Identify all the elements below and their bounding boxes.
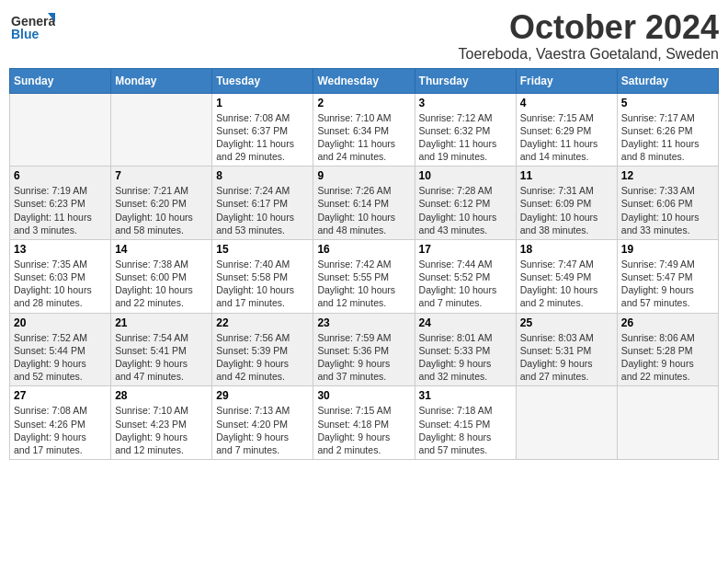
weekday-header-sunday: Sunday (10, 68, 111, 93)
weekday-header-tuesday: Tuesday (212, 68, 313, 93)
calendar-cell: 15Sunrise: 7:40 AMSunset: 5:58 PMDayligh… (212, 239, 313, 313)
weekday-header-row: SundayMondayTuesdayWednesdayThursdayFrid… (10, 68, 719, 93)
cell-info: Sunrise: 7:24 AMSunset: 6:17 PMDaylight:… (216, 184, 309, 236)
calendar-cell: 5Sunrise: 7:17 AMSunset: 6:26 PMDaylight… (617, 93, 718, 167)
calendar-cell: 29Sunrise: 7:13 AMSunset: 4:20 PMDayligh… (212, 386, 313, 460)
calendar-cell: 27Sunrise: 7:08 AMSunset: 4:26 PMDayligh… (10, 386, 111, 460)
cell-info: Sunrise: 7:17 AMSunset: 6:26 PMDaylight:… (621, 111, 714, 164)
cell-info: Sunrise: 8:01 AMSunset: 5:33 PMDaylight:… (419, 331, 512, 384)
cell-info: Sunrise: 7:56 AMSunset: 5:39 PMDaylight:… (216, 331, 309, 384)
cell-info: Sunrise: 7:10 AMSunset: 6:34 PMDaylight:… (317, 111, 410, 164)
day-number: 2 (317, 97, 410, 109)
day-number: 21 (115, 316, 208, 329)
cell-info: Sunrise: 7:47 AMSunset: 5:49 PMDaylight:… (520, 258, 613, 310)
cell-info: Sunrise: 7:31 AMSunset: 6:09 PMDaylight:… (520, 184, 613, 236)
cell-info: Sunrise: 7:42 AMSunset: 5:55 PMDaylight:… (317, 258, 410, 310)
calendar-week-4: 20Sunrise: 7:52 AMSunset: 5:44 PMDayligh… (10, 313, 719, 386)
calendar-cell: 19Sunrise: 7:49 AMSunset: 5:47 PMDayligh… (617, 239, 718, 313)
cell-info: Sunrise: 7:08 AMSunset: 4:26 PMDaylight:… (14, 404, 107, 456)
cell-info: Sunrise: 7:08 AMSunset: 6:37 PMDaylight:… (216, 111, 309, 164)
calendar-cell: 8Sunrise: 7:24 AMSunset: 6:17 PMDaylight… (212, 167, 313, 240)
cell-info: Sunrise: 7:18 AMSunset: 4:15 PMDaylight:… (419, 404, 512, 456)
day-number: 16 (317, 243, 410, 256)
day-number: 20 (14, 316, 107, 329)
calendar-cell (516, 386, 617, 460)
calendar-week-5: 27Sunrise: 7:08 AMSunset: 4:26 PMDayligh… (10, 386, 719, 460)
day-number: 5 (621, 97, 714, 109)
cell-info: Sunrise: 7:59 AMSunset: 5:36 PMDaylight:… (317, 331, 410, 384)
calendar-cell: 11Sunrise: 7:31 AMSunset: 6:09 PMDayligh… (516, 167, 617, 240)
calendar-week-1: 1Sunrise: 7:08 AMSunset: 6:37 PMDaylight… (10, 93, 719, 167)
calendar-cell (617, 386, 718, 460)
calendar-cell: 2Sunrise: 7:10 AMSunset: 6:34 PMDaylight… (313, 93, 415, 167)
calendar-cell: 21Sunrise: 7:54 AMSunset: 5:41 PMDayligh… (111, 313, 212, 386)
cell-info: Sunrise: 7:33 AMSunset: 6:06 PMDaylight:… (621, 184, 714, 236)
calendar-cell: 12Sunrise: 7:33 AMSunset: 6:06 PMDayligh… (617, 167, 718, 240)
calendar-week-2: 6Sunrise: 7:19 AMSunset: 6:23 PMDaylight… (10, 167, 719, 240)
day-number: 22 (216, 316, 309, 329)
day-number: 13 (14, 243, 107, 256)
logo-icon: General Blue (9, 9, 55, 46)
calendar-cell: 3Sunrise: 7:12 AMSunset: 6:32 PMDaylight… (415, 93, 516, 167)
cell-info: Sunrise: 7:15 AMSunset: 4:18 PMDaylight:… (317, 404, 410, 456)
cell-info: Sunrise: 7:52 AMSunset: 5:44 PMDaylight:… (14, 331, 107, 384)
day-number: 26 (621, 316, 714, 329)
cell-info: Sunrise: 7:12 AMSunset: 6:32 PMDaylight:… (419, 111, 512, 164)
weekday-header-friday: Friday (516, 68, 617, 93)
cell-info: Sunrise: 7:35 AMSunset: 6:03 PMDaylight:… (14, 258, 107, 310)
cell-info: Sunrise: 7:19 AMSunset: 6:23 PMDaylight:… (14, 184, 107, 236)
day-number: 19 (621, 243, 714, 256)
location-title: Toereboda, Vaestra Goetaland, Sweden (459, 46, 719, 63)
day-number: 10 (419, 169, 512, 182)
day-number: 1 (216, 97, 309, 109)
day-number: 28 (115, 389, 208, 402)
calendar-cell: 31Sunrise: 7:18 AMSunset: 4:15 PMDayligh… (415, 386, 516, 460)
calendar-cell: 24Sunrise: 8:01 AMSunset: 5:33 PMDayligh… (415, 313, 516, 386)
calendar-cell (111, 93, 212, 167)
calendar-cell: 1Sunrise: 7:08 AMSunset: 6:37 PMDaylight… (212, 93, 313, 167)
cell-info: Sunrise: 8:03 AMSunset: 5:31 PMDaylight:… (520, 331, 613, 384)
day-number: 18 (520, 243, 613, 256)
cell-info: Sunrise: 7:54 AMSunset: 5:41 PMDaylight:… (115, 331, 208, 384)
calendar-week-3: 13Sunrise: 7:35 AMSunset: 6:03 PMDayligh… (10, 239, 719, 313)
cell-info: Sunrise: 7:15 AMSunset: 6:29 PMDaylight:… (520, 111, 613, 164)
calendar-cell: 13Sunrise: 7:35 AMSunset: 6:03 PMDayligh… (10, 239, 111, 313)
calendar-cell: 26Sunrise: 8:06 AMSunset: 5:28 PMDayligh… (617, 313, 718, 386)
cell-info: Sunrise: 7:44 AMSunset: 5:52 PMDaylight:… (419, 258, 512, 310)
calendar-cell: 20Sunrise: 7:52 AMSunset: 5:44 PMDayligh… (10, 313, 111, 386)
day-number: 17 (419, 243, 512, 256)
day-number: 9 (317, 169, 410, 182)
weekday-header-thursday: Thursday (415, 68, 516, 93)
day-number: 15 (216, 243, 309, 256)
day-number: 12 (621, 169, 714, 182)
weekday-header-wednesday: Wednesday (313, 68, 415, 93)
weekday-header-saturday: Saturday (617, 68, 718, 93)
calendar-cell: 7Sunrise: 7:21 AMSunset: 6:20 PMDaylight… (111, 167, 212, 240)
day-number: 3 (419, 97, 512, 109)
day-number: 27 (14, 389, 107, 402)
cell-info: Sunrise: 7:21 AMSunset: 6:20 PMDaylight:… (115, 184, 208, 236)
svg-text:Blue: Blue (11, 27, 40, 41)
day-number: 6 (14, 169, 107, 182)
day-number: 8 (216, 169, 309, 182)
cell-info: Sunrise: 7:10 AMSunset: 4:23 PMDaylight:… (115, 404, 208, 456)
cell-info: Sunrise: 7:38 AMSunset: 6:00 PMDaylight:… (115, 258, 208, 310)
cell-info: Sunrise: 7:28 AMSunset: 6:12 PMDaylight:… (419, 184, 512, 236)
calendar-cell: 28Sunrise: 7:10 AMSunset: 4:23 PMDayligh… (111, 386, 212, 460)
calendar-cell (10, 93, 111, 167)
cell-info: Sunrise: 7:40 AMSunset: 5:58 PMDaylight:… (216, 258, 309, 310)
calendar-table: SundayMondayTuesdayWednesdayThursdayFrid… (9, 68, 719, 460)
cell-info: Sunrise: 8:06 AMSunset: 5:28 PMDaylight:… (621, 331, 714, 384)
weekday-header-monday: Monday (111, 68, 212, 93)
day-number: 7 (115, 169, 208, 182)
calendar-cell: 18Sunrise: 7:47 AMSunset: 5:49 PMDayligh… (516, 239, 617, 313)
calendar-cell: 14Sunrise: 7:38 AMSunset: 6:00 PMDayligh… (111, 239, 212, 313)
calendar-cell: 23Sunrise: 7:59 AMSunset: 5:36 PMDayligh… (313, 313, 415, 386)
calendar-cell: 17Sunrise: 7:44 AMSunset: 5:52 PMDayligh… (415, 239, 516, 313)
day-number: 30 (317, 389, 410, 402)
calendar-cell: 22Sunrise: 7:56 AMSunset: 5:39 PMDayligh… (212, 313, 313, 386)
day-number: 4 (520, 97, 613, 109)
calendar-cell: 30Sunrise: 7:15 AMSunset: 4:18 PMDayligh… (313, 386, 415, 460)
calendar-cell: 9Sunrise: 7:26 AMSunset: 6:14 PMDaylight… (313, 167, 415, 240)
month-title: October 2024 (459, 9, 719, 46)
